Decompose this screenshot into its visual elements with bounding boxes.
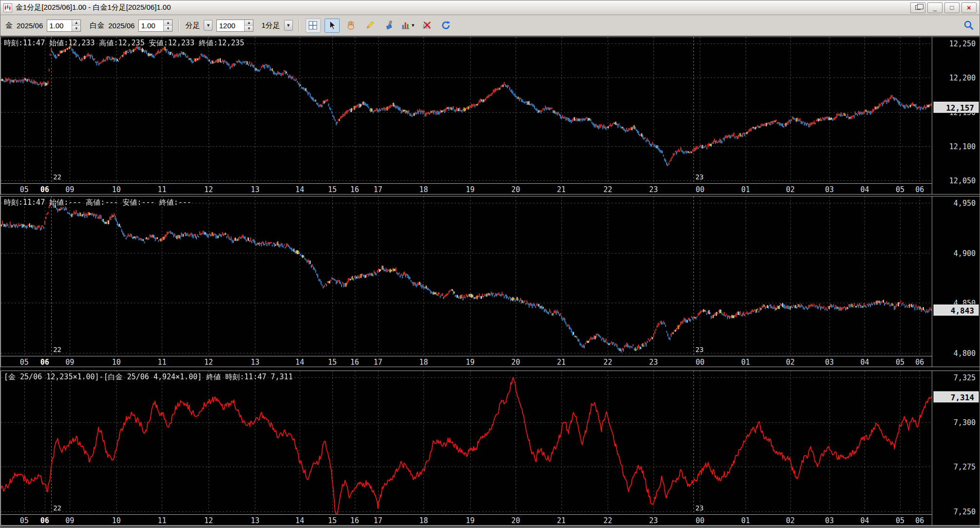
platinum-contract-month: 2025/06 [108,21,135,30]
timeframe-dropdown[interactable]: ▼ [284,20,293,31]
select-tool-button[interactable] [325,19,340,33]
close-button[interactable]: × [961,2,977,13]
bottom-scrollbar[interactable] [0,526,980,528]
spinner-arrows: ▲ ▼ [72,20,80,31]
platinum-chart-panel: 時刻:11:47 始値:--- 高値:--- 安値:--- 終値:--- 050… [0,196,980,367]
x-axis-label: 10 [112,185,121,194]
date-change-label: 23 [695,173,704,181]
x-axis-label: 06 [40,516,49,525]
x-axis-label: 12 [204,185,213,194]
brush-tool-button[interactable] [382,19,397,33]
gold-chart-canvas[interactable] [1,37,932,183]
pan-tool-button[interactable] [344,19,359,33]
x-axis-label: 14 [295,516,304,525]
spin-down-icon[interactable]: ▼ [164,26,172,31]
gold-multiplier-input[interactable] [47,20,72,31]
x-axis-label: 05 [20,185,29,194]
spin-up-icon[interactable]: ▲ [164,20,172,26]
x-axis-label: 17 [374,185,383,194]
y-axis-label: 7,300 [954,418,976,427]
spread-x-axis: 0506091011121314151617181920212223000102… [1,514,932,525]
candlestick-logo-icon [4,4,11,11]
x-axis-label: 13 [250,185,259,194]
date-change-label: 22 [53,173,61,181]
x-axis-label: 06 [40,358,49,367]
x-axis-label: 16 [350,185,359,194]
platinum-multiplier-input[interactable] [139,20,163,31]
x-axis-label: 02 [786,516,795,525]
chart-type-dropdown-button[interactable]: ▼ [401,19,416,33]
title-bar: 金1分足[2025/06]1.00 - 白金1分足[2025/06]1.00 _… [0,0,980,15]
spinner-arrows: ▲ ▼ [244,20,253,31]
x-axis-label: 15 [328,516,337,525]
x-axis-label: 20 [511,185,520,194]
x-axis-label: 19 [466,185,475,194]
magnifier-icon [963,20,975,31]
app-icon [3,3,12,12]
platinum-price-scale[interactable]: 4,9504,9004,8504,8004,843 [932,196,980,367]
hand-icon [346,20,356,31]
x-axis-label: 02 [786,185,795,194]
chevron-down-icon: ▼ [411,23,415,28]
spin-up-icon[interactable]: ▲ [245,20,253,26]
x-axis-label: 04 [860,185,869,194]
draw-tool-button[interactable] [363,19,378,33]
gold-contract-month: 2025/06 [17,21,43,30]
restore-icon [915,5,921,10]
platinum-chart-canvas[interactable] [1,196,932,356]
x-axis-label: 00 [695,358,704,367]
y-axis-label: 4,800 [954,349,976,358]
y-axis-label: 7,250 [954,508,976,516]
bar-chart-icon [401,20,410,31]
x-axis-label: 23 [649,516,658,525]
x-axis-label: 09 [65,185,74,194]
zoom-button[interactable] [963,20,975,31]
x-axis-label: 01 [741,185,750,194]
x-axis-label: 01 [741,516,750,525]
x-axis-label: 21 [557,516,566,525]
x-axis-label: 03 [825,516,834,525]
spread-chart-panel: [金 25/06 12,235×1.00]-[白金 25/06 4,924×1.… [0,371,980,526]
spin-up-icon[interactable]: ▲ [72,20,80,26]
y-axis-label: 12,200 [949,74,976,82]
toolbar-separator [299,19,300,32]
window-controls: _ □ × [910,2,977,13]
bar-count-spinner: ▲ ▼ [216,20,253,32]
x-axis-label: 03 [825,185,834,194]
x-axis-label: 17 [374,358,383,367]
x-axis-label: 17 [374,516,383,525]
x-axis-label: 00 [695,185,704,194]
bar-count-input[interactable] [217,20,244,31]
interval-dropdown[interactable]: ▼ [204,20,212,31]
spin-down-icon[interactable]: ▼ [245,26,253,31]
crosshair-tool-button[interactable] [306,19,321,33]
gold-price-scale[interactable]: 12,25012,20012,15012,10012,05012,157 [932,37,980,194]
current-price-tag: 12,157 [934,102,979,113]
gold-multiplier-spinner: ▲ ▼ [47,20,81,32]
x-axis-label: 12 [204,516,213,525]
y-axis-label: 12,250 [949,39,976,48]
minimize-button[interactable]: _ [927,2,942,13]
x-axis-label: 06 [915,358,924,367]
x-axis-label: 23 [649,185,658,194]
y-axis-label: 12,050 [949,176,976,185]
x-axis-label: 09 [65,358,74,367]
app-window: { "window": { "title": "金1分足[2025/06]1.0… [0,0,980,528]
x-axis-label: 14 [295,358,304,367]
x-axis-label: 00 [695,516,704,525]
x-axis-label: 05 [896,516,904,525]
x-axis-label: 21 [557,185,566,194]
spread-chart-info: [金 25/06 12,235×1.00]-[白金 25/06 4,924×1.… [4,372,293,382]
x-axis-label: 11 [157,358,166,367]
maximize-button[interactable]: □ [944,2,960,13]
x-axis-label: 23 [649,358,658,367]
spin-down-icon[interactable]: ▼ [72,26,80,31]
spread-price-scale[interactable]: 7,3257,3007,2757,2507,314 [932,371,980,525]
spread-chart-canvas[interactable] [1,371,932,514]
refresh-button[interactable] [439,19,454,33]
chart-clear-tool-button[interactable] [420,19,435,33]
x-axis-label: 18 [419,185,428,194]
restore-button[interactable] [910,2,925,13]
x-axis-label: 19 [466,358,475,367]
x-axis-label: 06 [40,185,49,194]
